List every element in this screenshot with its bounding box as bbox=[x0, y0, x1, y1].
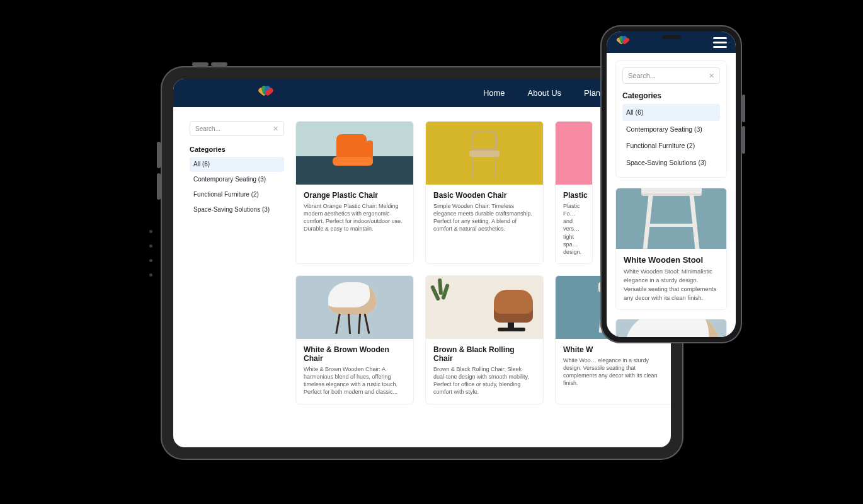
category-space-saving[interactable]: Space-Saving Solutions (3) bbox=[190, 202, 284, 217]
product-title: Plastic bbox=[563, 191, 585, 200]
search-input[interactable] bbox=[195, 125, 273, 132]
product-image bbox=[426, 122, 543, 185]
product-card[interactable]: Brown & Black Rolling Chair Brown & Blac… bbox=[425, 275, 544, 404]
category-space-saving[interactable]: Space-Saving Solutions (3) bbox=[622, 154, 720, 171]
clear-search-icon[interactable]: ✕ bbox=[273, 125, 278, 133]
nav-home[interactable]: Home bbox=[483, 88, 505, 98]
tablet-top-button bbox=[211, 62, 227, 66]
category-functional-furniture[interactable]: Functional Furniture (2) bbox=[190, 187, 284, 202]
category-contemporary-seating[interactable]: Contemporary Seating (3) bbox=[190, 172, 284, 187]
phone-body: ✕ Categories All (6) Contemporary Seatin… bbox=[607, 53, 736, 337]
phone-screen: ✕ Categories All (6) Contemporary Seatin… bbox=[607, 32, 736, 337]
product-card[interactable] bbox=[615, 319, 727, 337]
product-card[interactable]: Basic Wooden Chair Simple Wooden Chair: … bbox=[425, 121, 544, 264]
product-card[interactable]: Orange Plastic Chair Vibrant Orange Plas… bbox=[295, 121, 414, 264]
tablet-power-button bbox=[192, 62, 209, 66]
clear-search-icon[interactable]: ✕ bbox=[709, 72, 714, 80]
hamburger-menu-icon[interactable] bbox=[713, 37, 727, 48]
category-all[interactable]: All (6) bbox=[190, 157, 284, 172]
product-image bbox=[296, 276, 413, 339]
product-title: Basic Wooden Chair bbox=[433, 191, 535, 200]
product-desc: White Woo… elegance in a sturdy design. … bbox=[563, 357, 665, 387]
category-all[interactable]: All (6) bbox=[622, 104, 720, 121]
phone-notch bbox=[662, 35, 681, 39]
product-desc: Plastic Fo… and vers… tight spa… design. bbox=[563, 202, 585, 256]
product-desc: White & Brown Wooden Chair: A harmonious… bbox=[304, 365, 406, 396]
phone-sidebar: ✕ Categories All (6) Contemporary Seatin… bbox=[615, 60, 727, 178]
product-desc: Brown & Black Rolling Chair: Sleek dual-… bbox=[433, 365, 535, 396]
product-title: White Wooden Stool bbox=[624, 255, 719, 265]
search-box[interactable]: ✕ bbox=[190, 121, 284, 136]
brand-logo-icon[interactable] bbox=[617, 36, 629, 49]
categories-title: Categories bbox=[190, 146, 284, 153]
tablet-header: Home About Us Plans C bbox=[173, 79, 671, 107]
tablet-screen: Home About Us Plans C ✕ Categories All (… bbox=[173, 79, 671, 447]
product-image bbox=[616, 188, 726, 249]
product-desc: White Wooden Stool: Minimalistic eleganc… bbox=[624, 267, 719, 302]
tablet-sidebar: ✕ Categories All (6) Contemporary Seatin… bbox=[190, 121, 284, 404]
product-desc: Simple Wooden Chair: Timeless elegance m… bbox=[433, 202, 535, 233]
category-functional-furniture[interactable]: Functional Furniture (2) bbox=[622, 137, 720, 154]
product-title: White W bbox=[563, 345, 665, 354]
tablet-side-dots bbox=[149, 230, 152, 277]
product-image bbox=[296, 122, 413, 185]
nav-about[interactable]: About Us bbox=[528, 88, 561, 98]
product-card[interactable]: White & Brown Wooden Chair White & Brown… bbox=[295, 275, 414, 404]
brand-logo-icon[interactable] bbox=[258, 86, 273, 101]
product-title: Brown & Black Rolling Chair bbox=[433, 345, 535, 363]
product-card[interactable]: Plastic Plastic Fo… and vers… tight spa…… bbox=[555, 121, 593, 264]
tablet-body: ✕ Categories All (6) Contemporary Seatin… bbox=[173, 107, 671, 418]
phone-device-frame: ✕ Categories All (6) Contemporary Seatin… bbox=[600, 25, 742, 343]
product-image bbox=[556, 122, 592, 185]
category-contemporary-seating[interactable]: Contemporary Seating (3) bbox=[622, 121, 720, 138]
product-title: White & Brown Wooden Chair bbox=[304, 345, 406, 363]
search-input[interactable] bbox=[628, 72, 709, 79]
categories-title: Categories bbox=[622, 91, 720, 100]
search-box[interactable]: ✕ bbox=[622, 67, 720, 84]
tablet-volume-up bbox=[157, 142, 161, 168]
phone-side-button bbox=[742, 94, 745, 122]
tablet-volume-down bbox=[157, 173, 161, 200]
product-desc: Vibrant Orange Plastic Chair: Melding mo… bbox=[304, 202, 406, 233]
product-card[interactable]: White Wooden Stool White Wooden Stool: M… bbox=[615, 188, 727, 310]
product-image bbox=[616, 319, 726, 337]
product-image bbox=[426, 276, 543, 339]
phone-side-button bbox=[742, 126, 745, 154]
product-title: Orange Plastic Chair bbox=[304, 191, 406, 200]
